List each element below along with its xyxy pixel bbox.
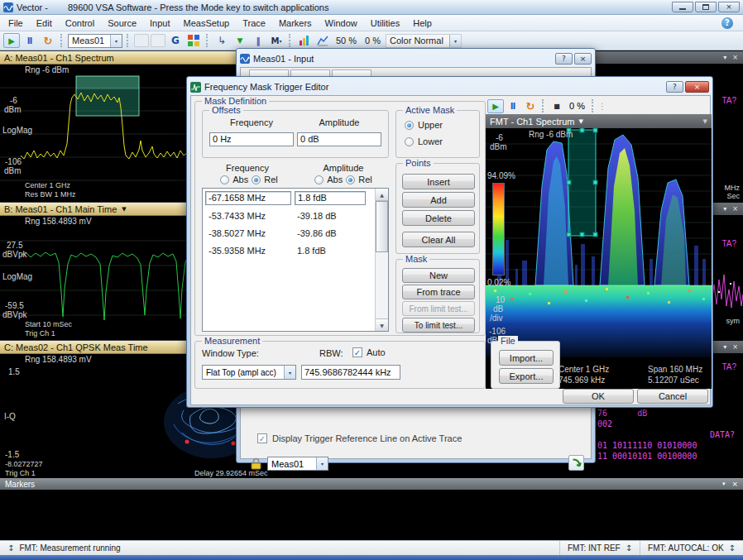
marker-menu-button[interactable]: M ▾ (268, 33, 285, 48)
scroll-up-icon[interactable]: ▲ (376, 189, 388, 201)
input-close-button[interactable]: × (574, 53, 592, 65)
play-button[interactable]: ▶ (3, 33, 20, 48)
chevron-down-icon[interactable]: ▾ (722, 481, 726, 487)
menu-markers[interactable]: Markers (272, 17, 319, 30)
chevron-down-icon[interactable]: ▼ (703, 118, 707, 125)
upper-radio[interactable] (405, 121, 414, 130)
color-mode-select[interactable]: Color Normal ▾ (386, 34, 462, 48)
menu-meassetup[interactable]: MeasSetup (177, 17, 237, 30)
chevron-down-icon[interactable]: ▾ (723, 343, 726, 351)
chevron-down-icon[interactable]: ▾ (723, 54, 726, 61)
new-mask-button[interactable]: New (402, 268, 475, 283)
from-trace-button[interactable]: From trace (402, 285, 475, 299)
fmt-close-button[interactable]: × (685, 81, 709, 93)
clear-all-button[interactable]: Clear All (402, 232, 475, 247)
overlap-percent-label[interactable]: 50 % (336, 36, 357, 45)
table-row-freq[interactable]: -38.5027 MHz (209, 228, 266, 238)
table-row-ampl[interactable]: 1.8 fdB (297, 246, 326, 256)
trigger-button[interactable]: ▼ (232, 33, 248, 48)
delete-button[interactable]: Delete (402, 210, 475, 226)
fmt-stop-button[interactable]: ■ (549, 99, 565, 113)
bar-chart-button[interactable] (296, 33, 313, 48)
menu-source[interactable]: Source (101, 17, 143, 30)
to-limit-test-button[interactable]: To limit test... (402, 318, 475, 333)
fmt-restart-button[interactable]: ↻ (522, 99, 539, 113)
apply-arrow-button[interactable] (568, 455, 584, 471)
overflow-dots-icon[interactable]: ⋮ (598, 102, 606, 111)
fmt-pause-button[interactable]: Ⅱ (505, 99, 521, 113)
fmt-preview-title-bar[interactable]: FMT - Ch1 Spectrum ▼ ▼ (486, 114, 712, 128)
fmt-percent-label[interactable]: 0 % (569, 101, 585, 111)
frequency-rel-radio[interactable] (252, 175, 261, 184)
import-button[interactable]: Import... (499, 350, 554, 366)
restart-button[interactable]: ↻ (40, 33, 56, 48)
offset-percent-label[interactable]: 0 % (365, 36, 381, 45)
layout2-icon[interactable] (151, 34, 165, 47)
close-icon[interactable]: × (732, 54, 738, 61)
fmt-dialog-title-bar[interactable]: Frequency Mask Trigger Editor ? × (190, 79, 709, 94)
add-button[interactable]: Add (402, 192, 475, 208)
rbw-auto-checkbox[interactable]: ✓ (352, 347, 362, 357)
pause-button[interactable]: Ⅱ (22, 33, 38, 48)
window-type-select[interactable]: Flat Top (ampl acc) ▾ (202, 365, 296, 380)
updown-icon[interactable]: ↕ (729, 543, 736, 553)
hook-arrow-button[interactable]: ↳ (213, 33, 230, 48)
menu-utilities[interactable]: Utilities (364, 17, 406, 30)
points-list-scrollbar[interactable]: ▲ ▼ (375, 189, 388, 331)
close-icon[interactable]: × (731, 480, 738, 488)
trace-select-icon[interactable]: ▼ (122, 206, 126, 213)
table-row-ampl[interactable]: -39.18 dB (297, 211, 337, 221)
menu-file[interactable]: File (2, 17, 30, 30)
trace-select-icon[interactable]: ▼ (579, 118, 583, 125)
maximize-button[interactable] (695, 2, 717, 12)
rbw-value-input[interactable]: 745.9686782444 kHz (301, 365, 400, 380)
input-help-button[interactable]: ? (555, 53, 573, 65)
menu-trace[interactable]: Trace (236, 17, 272, 30)
reference-line-checkbox[interactable]: ✓ (257, 433, 267, 443)
table-row-ampl-edit[interactable]: 1.8 fdB (295, 191, 366, 205)
scroll-down-icon[interactable]: ▼ (376, 318, 388, 331)
export-button[interactable]: Export... (499, 368, 554, 384)
measurement-select[interactable]: Meas01 ▾ (68, 34, 122, 48)
markers-title-bar[interactable]: Markers ▾ × (0, 478, 743, 490)
menu-window[interactable]: Window (319, 17, 364, 30)
hold-button[interactable]: ‖ (250, 33, 266, 48)
amplitude-abs-radio[interactable] (314, 175, 324, 184)
input-meas-select[interactable]: Meas01 ▾ (267, 457, 328, 471)
cancel-button[interactable]: Cancel (637, 389, 708, 404)
lower-radio[interactable] (405, 137, 414, 146)
frequency-abs-radio[interactable] (220, 175, 229, 184)
table-row-freq-edit[interactable]: -67.1658 MHz (205, 191, 291, 205)
line-chart-button[interactable] (314, 33, 331, 48)
menu-edit[interactable]: Edit (30, 17, 59, 30)
close-button[interactable]: × (718, 2, 740, 12)
fmt-play-button[interactable]: ▶ (487, 99, 504, 113)
ok-button[interactable]: OK (563, 389, 634, 404)
tile-windows-button[interactable] (185, 33, 202, 48)
input-window-title-bar[interactable]: Meas01 - Input ? × (240, 51, 592, 66)
amplitude-rel-radio[interactable] (346, 175, 355, 184)
menu-help[interactable]: Help (406, 17, 439, 30)
table-row-freq[interactable]: -35.9358 MHz (209, 246, 266, 256)
frequency-offset-input[interactable]: 0 Hz (209, 132, 294, 146)
y-axis-top-unit: dBVpk (2, 250, 26, 259)
layout-icon[interactable] (134, 34, 149, 47)
updown-icon[interactable]: ↕ (7, 543, 14, 553)
menu-input[interactable]: Input (143, 17, 176, 30)
close-icon[interactable]: × (732, 205, 738, 213)
menu-control[interactable]: Control (59, 17, 101, 30)
toolbar-grip (60, 34, 64, 47)
points-list[interactable]: -67.1658 MHz 1.8 fdB -53.7433 MHz -39.18… (202, 188, 389, 332)
table-row-freq[interactable]: -53.7433 MHz (209, 211, 266, 221)
chevron-down-icon[interactable]: ▾ (723, 205, 726, 213)
grid-button[interactable]: G (167, 33, 184, 48)
fmt-help-button[interactable]: ? (666, 81, 683, 93)
help-icon[interactable]: ? (721, 17, 733, 29)
close-icon[interactable]: × (732, 343, 738, 351)
amplitude-offset-input[interactable]: 0 dB (297, 132, 381, 146)
updown-icon[interactable]: ↕ (626, 543, 632, 553)
minimize-button[interactable] (672, 2, 693, 12)
table-row-ampl[interactable]: -39.86 dB (297, 228, 337, 238)
insert-button[interactable]: Insert (402, 174, 475, 189)
scrollbar-thumb[interactable] (376, 201, 388, 252)
